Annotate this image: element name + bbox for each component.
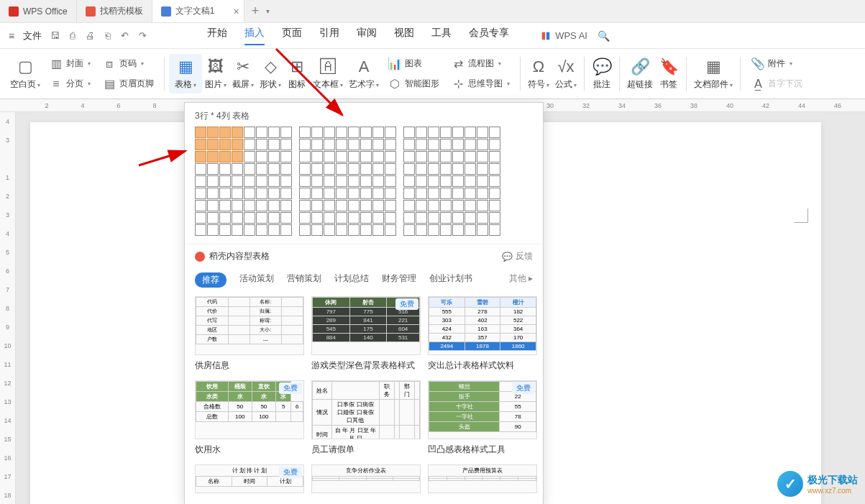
grid-cell[interactable] (489, 127, 500, 138)
grid-cell[interactable] (219, 139, 231, 150)
grid-cell[interactable] (219, 224, 231, 236)
wps-office-tab[interactable]: WPS Office (0, 0, 77, 22)
grid-cell[interactable] (440, 151, 452, 162)
grid-cell[interactable] (280, 224, 292, 236)
textbox-button[interactable]: 🄰 文本框▾ (310, 57, 346, 91)
template-leave-form[interactable]: 姓名职务部门情况口事假 口病假 口婚假 口丧假 口其他 时间自 年 月 日至 年… (311, 380, 421, 456)
grid-cell[interactable] (348, 139, 360, 150)
undo-icon[interactable]: ↶ (121, 30, 129, 41)
grid-cell[interactable] (372, 127, 384, 138)
grid-cell[interactable] (385, 212, 396, 224)
grid-cell[interactable] (403, 188, 415, 199)
grid-cell[interactable] (360, 188, 372, 199)
grid-cell[interactable] (360, 175, 372, 187)
preview-icon[interactable]: ⎗ (105, 30, 111, 41)
grid-cell[interactable] (440, 127, 452, 138)
grid-cell[interactable] (464, 200, 476, 211)
tab-tools[interactable]: 工具 (431, 27, 452, 45)
grid-cell[interactable] (280, 200, 292, 211)
grid-cell[interactable] (299, 175, 311, 187)
wps-ai-button[interactable]: WPS AI (541, 30, 587, 41)
grid-cell[interactable] (207, 212, 219, 224)
grid-cell[interactable] (268, 212, 280, 224)
grid-cell[interactable] (372, 139, 384, 150)
grid-cell[interactable] (195, 139, 206, 150)
grid-cell[interactable] (336, 200, 347, 211)
grid-cell[interactable] (348, 188, 360, 199)
grid-cell[interactable] (232, 212, 243, 224)
template-partial-1[interactable]: 计 划 排 计 划名称时间计划免费 (195, 464, 304, 493)
filter-recommend[interactable]: 推荐 (195, 272, 226, 288)
grid-cell[interactable] (372, 212, 384, 224)
grid-cell[interactable] (464, 151, 476, 162)
dropcap-button[interactable]: A̲首字下沉 (751, 77, 802, 91)
grid-cell[interactable] (256, 200, 267, 211)
grid-cell[interactable] (440, 224, 452, 236)
grid-cell[interactable] (268, 139, 280, 150)
grid-cell[interactable] (244, 212, 255, 224)
grid-cell[interactable] (464, 188, 476, 199)
doc-parts-button[interactable]: ▦ 文档部件▾ (691, 57, 736, 91)
grid-cell[interactable] (489, 163, 500, 175)
grid-cell[interactable] (299, 212, 311, 224)
grid-cell[interactable] (256, 139, 267, 150)
filter-finance[interactable]: 财务管理 (382, 272, 416, 288)
grid-cell[interactable] (311, 188, 323, 199)
grid-cell[interactable] (207, 188, 219, 199)
grid-cell[interactable] (428, 139, 439, 150)
grid-cell[interactable] (336, 151, 347, 162)
grid-cell[interactable] (372, 200, 384, 211)
tab-start[interactable]: 开始 (207, 27, 227, 45)
grid-cell[interactable] (195, 224, 206, 236)
grid-cell[interactable] (280, 175, 292, 187)
grid-cell[interactable] (207, 175, 219, 187)
symbol-button[interactable]: Ω 符号▾ (525, 57, 552, 91)
grid-cell[interactable] (477, 200, 488, 211)
hamburger-icon[interactable]: ≡ (9, 30, 14, 42)
grid-cell[interactable] (385, 224, 396, 236)
grid-cell[interactable] (403, 224, 415, 236)
grid-cell[interactable] (299, 151, 311, 162)
grid-cell[interactable] (336, 175, 347, 187)
flowchart-button[interactable]: ⇄流程图▾ (451, 57, 501, 71)
bookmark-button[interactable]: 🔖 书签 (656, 57, 682, 91)
template-housing-info[interactable]: 代码名称:代价归属:代写称谓:地区大小:户数--- 供房信息 (195, 296, 304, 372)
grid-cell[interactable] (440, 139, 452, 150)
smartart-button[interactable]: ⬡智能图形 (388, 77, 439, 91)
grid-cell[interactable] (232, 224, 243, 236)
document-tab[interactable]: 文字文稿1 × (152, 0, 244, 22)
screenshot-button[interactable]: ✂ 截屏▾ (229, 57, 257, 91)
grid-cell[interactable] (207, 127, 219, 138)
grid-cell[interactable] (311, 212, 323, 224)
grid-cell[interactable] (219, 127, 231, 138)
grid-cell[interactable] (195, 127, 206, 138)
grid-cell[interactable] (403, 200, 415, 211)
search-icon[interactable]: 🔍 (598, 30, 610, 42)
grid-cell[interactable] (372, 151, 384, 162)
grid-cell[interactable] (360, 224, 372, 236)
grid-cell[interactable] (464, 175, 476, 187)
grid-cell[interactable] (280, 127, 292, 138)
grid-cell[interactable] (336, 188, 347, 199)
grid-cell[interactable] (195, 200, 206, 211)
template-partial-3[interactable]: 产品费用预算表 (428, 464, 537, 493)
grid-cell[interactable] (385, 163, 396, 175)
grid-cell[interactable] (256, 127, 267, 138)
hyperlink-button[interactable]: 🔗 超链接 (624, 57, 656, 91)
grid-cell[interactable] (324, 224, 335, 236)
grid-cell[interactable] (256, 151, 267, 162)
grid-cell[interactable] (452, 188, 464, 199)
grid-cell[interactable] (219, 163, 231, 175)
grid-cell[interactable] (268, 200, 280, 211)
grid-cell[interactable] (489, 175, 500, 187)
grid-cell[interactable] (416, 224, 427, 236)
template-tool-emboss[interactable]: 免费螺丝42扳手22十字社55一字社78头盔90 凹凸感表格样式工具 (428, 380, 537, 456)
grid-cell[interactable] (440, 200, 452, 211)
tab-insert[interactable]: 插入 (244, 27, 265, 45)
grid-cell[interactable] (232, 127, 243, 138)
grid-cell[interactable] (232, 163, 243, 175)
table-grid-picker[interactable] (185, 127, 543, 244)
grid-cell[interactable] (477, 188, 488, 199)
grid-cell[interactable] (256, 175, 267, 187)
grid-cell[interactable] (440, 163, 452, 175)
